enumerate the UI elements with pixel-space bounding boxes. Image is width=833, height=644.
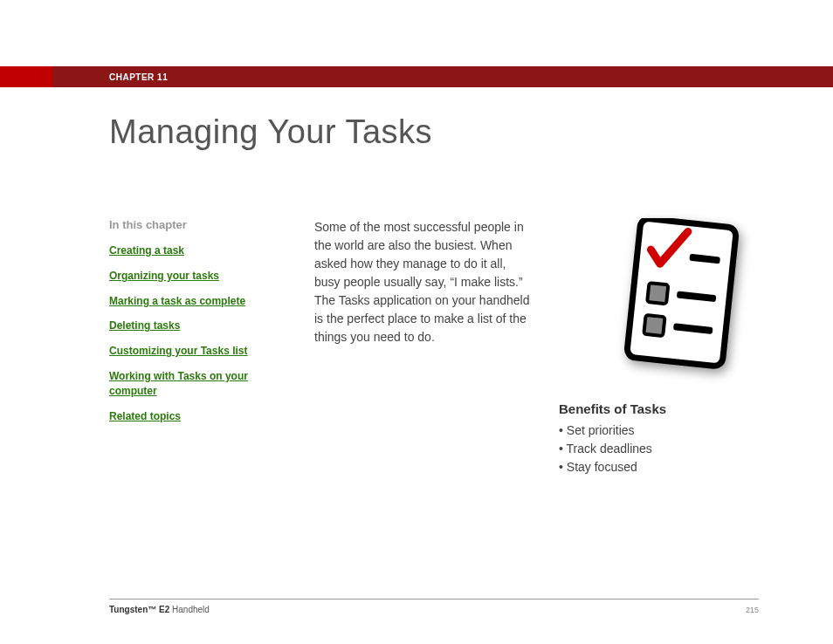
footer-page-number: 215: [746, 606, 759, 614]
benefit-item: • Track deadlines: [559, 440, 652, 458]
benefit-item: • Set priorities: [559, 421, 652, 440]
content-area: In this chapter Creating a task Organizi…: [109, 218, 759, 476]
main-column: Some of the most successful people in th…: [314, 218, 759, 476]
sidebar-link-working-computer[interactable]: Working with Tasks on your computer: [109, 369, 279, 399]
svg-rect-2: [647, 283, 668, 304]
checklist-icon: [620, 218, 742, 375]
sidebar-link-organizing-tasks[interactable]: Organizing your tasks: [109, 269, 279, 284]
right-column: Benefits of Tasks • Set priorities • Tra…: [559, 218, 759, 476]
sidebar-link-creating-task[interactable]: Creating a task: [109, 243, 279, 258]
sidebar-heading: In this chapter: [109, 218, 279, 231]
sidebar-link-customizing-list[interactable]: Customizing your Tasks list: [109, 344, 279, 359]
benefits-list: • Set priorities • Track deadlines • Sta…: [559, 421, 652, 476]
benefit-item: • Stay focused: [559, 458, 652, 476]
page-footer: Tungsten™ E2 Handheld 215: [109, 599, 759, 614]
benefits-heading: Benefits of Tasks: [559, 401, 666, 416]
header-accent-stripe: [0, 66, 52, 87]
footer-product-name: Tungsten™ E2 Handheld: [109, 605, 210, 614]
svg-rect-4: [644, 315, 664, 336]
sidebar-link-marking-complete[interactable]: Marking a task as complete: [109, 294, 279, 309]
chapter-header-bar: CHAPTER 11: [0, 66, 833, 87]
sidebar-link-related-topics[interactable]: Related topics: [109, 409, 279, 424]
sidebar-link-deleting-tasks[interactable]: Deleting tasks: [109, 319, 279, 333]
chapter-label: CHAPTER 11: [109, 72, 168, 82]
intro-paragraph: Some of the most successful people in th…: [314, 218, 533, 476]
page-title: Managing Your Tasks: [109, 113, 432, 151]
in-this-chapter-sidebar: In this chapter Creating a task Organizi…: [109, 218, 279, 476]
